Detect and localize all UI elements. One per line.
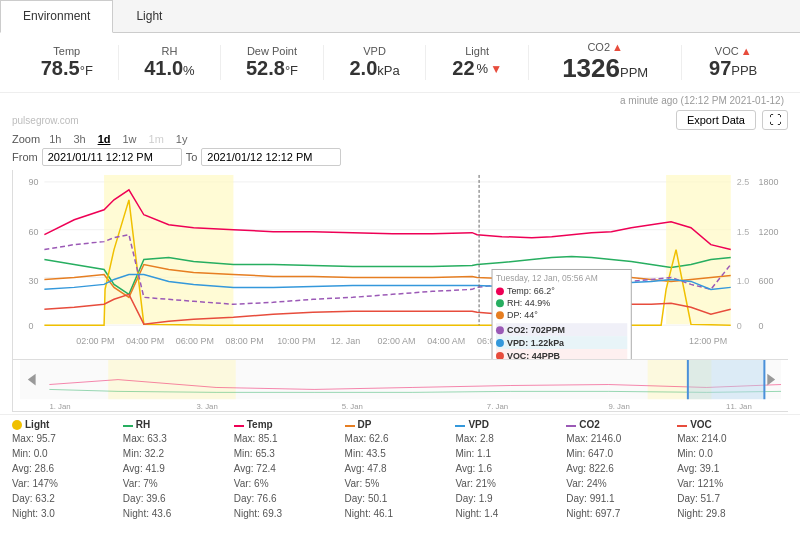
svg-text:08:00 PM: 08:00 PM	[225, 336, 263, 346]
svg-text:1800: 1800	[759, 177, 779, 187]
svg-rect-51	[108, 360, 236, 399]
to-label: To	[186, 151, 198, 163]
svg-point-43	[496, 339, 504, 347]
svg-text:12:00 PM: 12:00 PM	[689, 336, 727, 346]
zoom-1h[interactable]: 1h	[46, 132, 64, 146]
svg-text:600: 600	[759, 276, 774, 286]
to-date-input[interactable]	[201, 148, 341, 166]
timestamp: a minute ago (12:12 PM 2021-01-12)	[0, 93, 800, 106]
svg-text:VOC: 44PPB: VOC: 44PPB	[507, 351, 561, 360]
chart-source: pulsegrow.com	[12, 115, 79, 126]
stat-col-rh: RH Max: 63.3Min: 32.2Avg: 41.9Var: 7%Day…	[123, 419, 234, 521]
svg-text:0: 0	[28, 321, 33, 331]
svg-text:90: 90	[28, 177, 38, 187]
svg-text:2.5: 2.5	[737, 177, 749, 187]
metric-co2-value: 1326	[562, 53, 620, 83]
metric-voc-value: 97	[709, 57, 731, 79]
svg-text:02:00 AM: 02:00 AM	[378, 336, 416, 346]
expand-button[interactable]: ⛶	[762, 110, 788, 130]
svg-text:06:00 PM: 06:00 PM	[176, 336, 214, 346]
metric-temp: Temp 78.5°F	[16, 45, 118, 80]
svg-text:9. Jan: 9. Jan	[608, 402, 629, 411]
from-label: From	[12, 151, 38, 163]
svg-rect-16	[104, 175, 233, 324]
svg-text:11. Jan: 11. Jan	[726, 402, 752, 411]
metric-vpd-value: 2.0	[349, 57, 377, 79]
stat-col-co2: CO2 Max: 2146.0Min: 647.0Avg: 822.6Var: …	[566, 419, 677, 521]
zoom-1d[interactable]: 1d	[95, 132, 114, 146]
tab-environment[interactable]: Environment	[0, 0, 113, 33]
main-chart: 90 60 30 0 1800 1200 600 0 2.5 1.5 1.0 0	[12, 170, 788, 360]
svg-text:RH: 44.9%: RH: 44.9%	[507, 298, 550, 308]
metric-voc: VOC▲ 97PPB	[682, 45, 784, 80]
svg-rect-53	[687, 360, 765, 399]
metric-vpd: VPD 2.0kPa	[324, 45, 426, 80]
svg-text:VPD: 1.22kPa: VPD: 1.22kPa	[507, 338, 565, 348]
mini-chart-container: 1. Jan 3. Jan 5. Jan 7. Jan 9. Jan 11. J…	[12, 360, 788, 412]
metric-co2-label: CO2▲	[529, 41, 681, 53]
svg-text:10:00 PM: 10:00 PM	[277, 336, 315, 346]
tab-light[interactable]: Light	[113, 0, 185, 32]
metric-co2: CO2▲ 1326PPM	[529, 41, 681, 84]
svg-text:0: 0	[759, 321, 764, 331]
metric-temp-value: 78.5	[41, 57, 80, 79]
svg-text:1.0: 1.0	[737, 276, 749, 286]
stats-row: Light Max: 95.7Min: 0.0Avg: 28.6Var: 147…	[0, 414, 800, 525]
chart-area: pulsegrow.com Export Data ⛶ Zoom 1h 3h 1…	[0, 106, 800, 412]
light-arrow: ▼	[490, 62, 502, 76]
metric-rh-label: RH	[119, 45, 221, 57]
svg-point-35	[496, 299, 504, 307]
metric-rh: RH 41.0%	[119, 45, 221, 80]
svg-text:7. Jan: 7. Jan	[487, 402, 508, 411]
svg-text:1200: 1200	[759, 227, 779, 237]
svg-text:04:00 PM: 04:00 PM	[126, 336, 164, 346]
metric-light: Light 22%▼	[426, 45, 528, 80]
zoom-1m[interactable]: 1m	[146, 132, 167, 146]
voc-arrow: ▲	[741, 45, 752, 57]
svg-text:CO2: 702PPM: CO2: 702PPM	[507, 325, 565, 335]
svg-point-40	[496, 326, 504, 334]
svg-text:Temp: 66.2°: Temp: 66.2°	[507, 286, 555, 296]
stat-col-vpd: VPD Max: 2.8Min: 1.1Avg: 1.6Var: 21%Day:…	[455, 419, 566, 521]
metric-dewpoint-value: 52.8	[246, 57, 285, 79]
svg-point-46	[496, 352, 504, 360]
svg-point-37	[496, 311, 504, 319]
svg-text:60: 60	[28, 227, 38, 237]
zoom-3h[interactable]: 3h	[70, 132, 88, 146]
metrics-row: Temp 78.5°F RH 41.0% Dew Point 52.8°F VP…	[0, 33, 800, 93]
svg-text:02:00 PM: 02:00 PM	[76, 336, 114, 346]
from-date-input[interactable]	[42, 148, 182, 166]
svg-text:1. Jan: 1. Jan	[49, 402, 70, 411]
svg-point-33	[496, 287, 504, 295]
svg-text:1.5: 1.5	[737, 227, 749, 237]
stat-col-temp: Temp Max: 85.1Min: 65.3Avg: 72.4Var: 6%D…	[234, 419, 345, 521]
stat-col-voc: VOC Max: 214.0Min: 0.0Avg: 39.1Var: 121%…	[677, 419, 788, 521]
export-data-button[interactable]: Export Data	[676, 110, 756, 130]
co2-arrow: ▲	[612, 41, 623, 53]
svg-text:5. Jan: 5. Jan	[342, 402, 363, 411]
svg-text:3. Jan: 3. Jan	[197, 402, 218, 411]
zoom-1w[interactable]: 1w	[119, 132, 139, 146]
zoom-label: Zoom	[12, 133, 40, 145]
metric-rh-value: 41.0	[144, 57, 183, 79]
zoom-1y[interactable]: 1y	[173, 132, 191, 146]
metric-light-label: Light	[426, 45, 528, 57]
svg-text:30: 30	[28, 276, 38, 286]
metric-temp-label: Temp	[16, 45, 118, 57]
svg-text:DP: 44°: DP: 44°	[507, 310, 538, 320]
metric-dewpoint: Dew Point 52.8°F	[221, 45, 323, 80]
stat-col-light: Light Max: 95.7Min: 0.0Avg: 28.6Var: 147…	[12, 419, 123, 521]
svg-text:0: 0	[737, 321, 742, 331]
metric-voc-label: VOC▲	[682, 45, 784, 57]
metric-light-value: 22	[452, 57, 474, 80]
metric-dewpoint-label: Dew Point	[221, 45, 323, 57]
svg-text:12. Jan: 12. Jan	[331, 336, 360, 346]
metric-vpd-label: VPD	[324, 45, 426, 57]
stat-col-dp: DP Max: 62.6Min: 43.5Avg: 47.8Var: 5%Day…	[345, 419, 456, 521]
svg-rect-54	[687, 360, 689, 399]
svg-rect-55	[763, 360, 765, 399]
svg-text:Tuesday, 12 Jan, 05:56 AM: Tuesday, 12 Jan, 05:56 AM	[496, 273, 598, 283]
svg-text:04:00 AM: 04:00 AM	[427, 336, 465, 346]
